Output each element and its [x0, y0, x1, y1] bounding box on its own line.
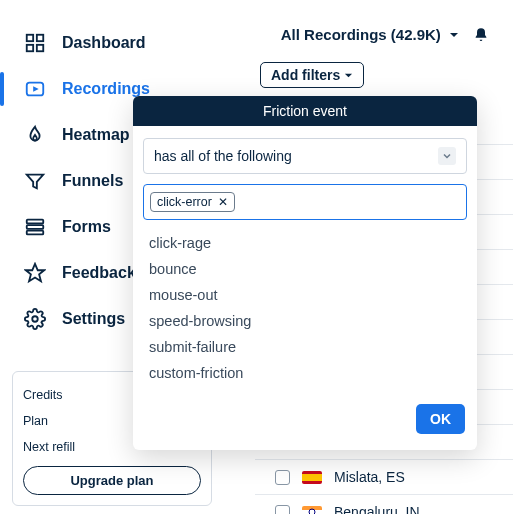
topbar: All Recordings (42.9K) [281, 26, 489, 43]
filter-tag[interactable]: click-error✕ [150, 192, 235, 212]
ok-button[interactable]: OK [416, 404, 465, 434]
row-checkbox[interactable] [275, 505, 290, 515]
options-list: click-ragebouncemouse-outspeed-browsings… [143, 230, 467, 386]
svg-marker-9 [26, 264, 44, 281]
filter-option[interactable]: bounce [147, 256, 463, 282]
country-flag-icon [302, 506, 322, 515]
sidebar-item-label: Funnels [62, 172, 123, 190]
recordings-dropdown[interactable]: All Recordings (42.9K) [281, 26, 459, 43]
play-icon [24, 78, 46, 100]
sidebar-item-label: Heatmap [62, 126, 130, 144]
svg-rect-8 [27, 231, 44, 235]
tag-label: click-error [157, 195, 212, 209]
condition-select[interactable]: has all of the following [143, 138, 467, 174]
sidebar-item-label: Dashboard [62, 34, 146, 52]
row-city-label: Bengaluru, IN [334, 504, 420, 514]
svg-rect-7 [27, 225, 44, 229]
flame-icon [24, 124, 46, 146]
recordings-dropdown-label: All Recordings (42.9K) [281, 26, 441, 43]
country-flag-icon [302, 471, 322, 484]
svg-marker-5 [33, 86, 39, 92]
svg-rect-2 [27, 45, 33, 51]
condition-select-label: has all of the following [154, 148, 292, 164]
friction-filter-panel: Friction event has all of the following … [133, 96, 477, 450]
svg-point-10 [32, 316, 38, 322]
row-city-label: Mislata, ES [334, 469, 405, 485]
svg-rect-3 [37, 45, 43, 51]
chevron-down-icon [344, 67, 353, 83]
panel-title: Friction event [133, 96, 477, 126]
table-row[interactable]: Bengaluru, IN [255, 495, 513, 514]
gear-icon [24, 308, 46, 330]
sidebar-item-label: Feedback [62, 264, 136, 282]
upgrade-plan-button[interactable]: Upgrade plan [23, 466, 201, 495]
grid-icon [24, 32, 46, 54]
filter-option[interactable]: speed-browsing [147, 308, 463, 334]
bell-icon[interactable] [473, 27, 489, 43]
svg-rect-1 [37, 35, 43, 41]
tags-input[interactable]: click-error✕ [143, 184, 467, 220]
sidebar-item-label: Settings [62, 310, 125, 328]
sidebar-item-label: Forms [62, 218, 111, 236]
chevron-down-icon [449, 26, 459, 43]
add-filters-button[interactable]: Add filters [260, 62, 364, 88]
forms-icon [24, 216, 46, 238]
sidebar-item-dashboard[interactable]: Dashboard [0, 20, 215, 66]
add-filters-label: Add filters [271, 67, 340, 83]
row-checkbox[interactable] [275, 470, 290, 485]
remove-tag-icon[interactable]: ✕ [218, 195, 228, 209]
filter-option[interactable]: custom-friction [147, 360, 463, 386]
funnel-icon [24, 170, 46, 192]
filter-option[interactable]: click-rage [147, 230, 463, 256]
star-icon [24, 262, 46, 284]
svg-rect-0 [27, 35, 33, 41]
filter-option[interactable]: submit-failure [147, 334, 463, 360]
svg-rect-6 [27, 220, 44, 224]
table-row[interactable]: Mislata, ES [255, 460, 513, 495]
chevron-down-icon [438, 147, 456, 165]
filter-option[interactable]: mouse-out [147, 282, 463, 308]
